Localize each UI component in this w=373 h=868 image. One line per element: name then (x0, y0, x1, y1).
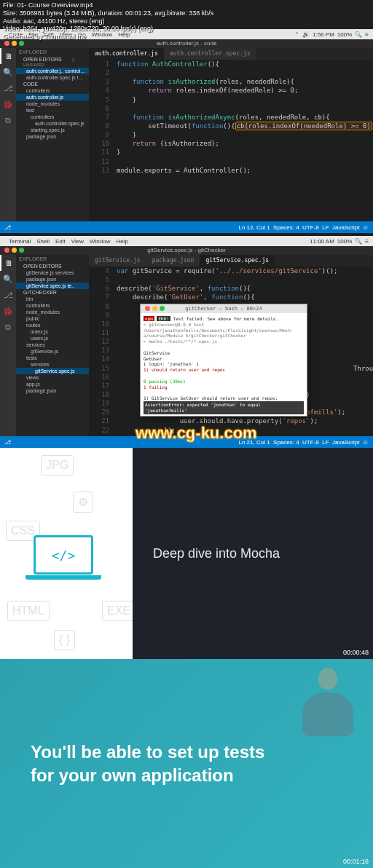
editor-tabs: gitService.js package.json gitService.sp… (89, 255, 373, 267)
git-icon[interactable]: ⎇ (0, 287, 16, 303)
activity-bar: 🗎 🔍 ⎇ 🐞 ⧉ (0, 255, 16, 448)
extensions-icon[interactable]: ⧉ (0, 112, 16, 128)
tree-item[interactable]: services (16, 342, 89, 348)
search-icon[interactable]: 🔍 (355, 31, 362, 38)
code-symbol: </> (52, 548, 76, 563)
editor-tab[interactable]: auth.controller.js (89, 48, 164, 60)
timestamp: 00:00:48 (343, 649, 369, 656)
tree-item[interactable]: app.js (16, 381, 89, 387)
open-editor-item[interactable]: package.json (16, 276, 89, 283)
window-controls[interactable] (4, 248, 24, 253)
open-editors-section[interactable]: OPEN EDITORS 1 UNSAVED (16, 56, 89, 68)
video-metadata: File: 01- Course Overview.mp4 Size: 3506… (0, 0, 216, 42)
eol[interactable]: LF (322, 439, 329, 446)
indent[interactable]: Spaces: 4 (273, 224, 299, 231)
terminal-line: 1) should return user and repos (144, 367, 304, 373)
tree-item[interactable]: bin (16, 296, 89, 302)
project-root[interactable]: CODE (16, 81, 89, 87)
debug-icon[interactable]: 🐞 (0, 303, 16, 319)
tree-item[interactable]: gitService.js (16, 348, 89, 355)
terminal-line: GetUser (144, 356, 304, 362)
cursor-position[interactable]: Ln 12, Col 1 (238, 224, 270, 231)
menu-icon[interactable]: ≡ (365, 31, 369, 38)
language[interactable]: JavaScript (332, 439, 359, 446)
terminal-line: GitService (144, 350, 304, 356)
tree-item[interactable]: routes (16, 322, 89, 328)
tree-item[interactable]: controllers (16, 302, 89, 309)
window-controls[interactable] (145, 306, 165, 311)
tree-item[interactable]: package.json (16, 387, 89, 394)
encoding[interactable]: UTF-8 (302, 439, 319, 446)
editor-tab[interactable]: gitService.js (89, 255, 146, 267)
tree-item[interactable]: node_modules (16, 100, 89, 107)
tree-item[interactable]: tests (16, 355, 89, 361)
slide-outro: You'll be able to set up tests for your … (0, 659, 373, 868)
tree-item[interactable]: node_modules (16, 309, 89, 315)
tree-item[interactable]: test (16, 107, 89, 114)
tree-item[interactable]: auth.controller.spec.js (16, 120, 89, 127)
meta-line: Size: 3506981 bytes (3.34 MiB), duration… (3, 9, 213, 17)
tree-item[interactable]: auth.controller.js (16, 94, 89, 100)
indent[interactable]: Spaces: 4 (273, 439, 299, 446)
menu-icon[interactable]: ≡ (365, 238, 369, 245)
code-editor[interactable]: auth.controller.js auth.controller.spec.… (89, 48, 373, 221)
terminal-title: gitChecker — bash — 80×24 (141, 304, 307, 313)
menu-help[interactable]: Help (116, 238, 127, 245)
branch-icon[interactable]: ⎇ (4, 224, 11, 231)
editor-tab[interactable]: package.json (146, 255, 200, 267)
volume-icon[interactable]: 🔊 (302, 31, 310, 38)
feedback-icon[interactable]: ☺ (363, 439, 369, 446)
open-editor-item[interactable]: auth.controller.j.. controllers (16, 68, 89, 74)
eol[interactable]: LF (322, 224, 329, 231)
tree-item[interactable]: index.js (16, 328, 89, 335)
editor-tab[interactable]: gitService.spec.js (200, 255, 275, 267)
language[interactable]: JavaScript (332, 224, 359, 231)
search-icon[interactable]: 🔍 (0, 64, 16, 80)
app-menu[interactable]: Terminal (9, 238, 31, 245)
tree-item[interactable]: controllers (16, 87, 89, 94)
tree-item[interactable]: controllers (16, 114, 89, 120)
open-editor-item[interactable]: gitService.js services (16, 269, 89, 276)
highlighted-code: cb(roles.indexOf(neededRole) >= 0) (235, 122, 372, 130)
terminal-line: 1 failing (144, 384, 304, 390)
tree-item[interactable]: public (16, 315, 89, 322)
tree-item[interactable]: package.json (16, 133, 89, 140)
meta-line: Audio: aac, 44100 Hz, stereo (eng) (3, 17, 213, 25)
menu-shell[interactable]: Shell (36, 238, 50, 245)
filetype-icon: EXE (102, 601, 133, 621)
wifi-icon[interactable]: ⌃ (294, 31, 299, 38)
git-icon[interactable]: ⎇ (0, 80, 16, 96)
extensions-icon[interactable]: ⧉ (0, 319, 16, 335)
feedback-icon[interactable]: ☺ (363, 224, 369, 231)
terminal-window[interactable]: gitChecker — bash — 80×24 npm ERR! Test … (140, 304, 307, 417)
terminal-line: Test failed. See above for more details. (173, 316, 279, 321)
explorer-icon[interactable]: 🗎 (0, 255, 16, 271)
debug-icon[interactable]: 🐞 (0, 96, 16, 112)
code-editor[interactable]: gitService.js package.json gitService.sp… (89, 255, 373, 436)
open-editor-item[interactable]: auth.controller.spec.js test/cont.. (16, 74, 89, 81)
search-icon[interactable]: 🔍 (0, 271, 16, 287)
tree-item[interactable]: starting.spec.js (16, 127, 89, 133)
open-editors-section[interactable]: OPEN EDITORS (16, 263, 89, 269)
presenter-silhouette (291, 668, 364, 755)
timestamp: 00:01:16 (343, 858, 369, 865)
editor-tab[interactable]: auth.controller.spec.js (164, 48, 256, 60)
tree-item[interactable]: services (16, 361, 89, 368)
encoding[interactable]: UTF-8 (302, 224, 319, 231)
pattern-background: JPG ⚙ CSS HTML EXE { } </> (0, 448, 133, 659)
tree-item[interactable]: gitService.spec.js (16, 368, 89, 374)
menu-window[interactable]: Window (90, 238, 110, 245)
tree-item[interactable]: users.js (16, 335, 89, 342)
tree-item[interactable]: views (16, 374, 89, 381)
open-editor-item[interactable]: gitService.spec.js te.. (16, 283, 89, 289)
explorer-panel: EXPLORER OPEN EDITORS 1 UNSAVED auth.con… (16, 48, 89, 233)
laptop-icon: </> (34, 535, 101, 580)
search-icon[interactable]: 🔍 (355, 238, 362, 245)
menu-view[interactable]: View (71, 238, 84, 245)
watermark: www.cg-ku.com (136, 424, 257, 443)
menu-edit[interactable]: Edit (55, 238, 66, 245)
explorer-icon[interactable]: 🗎 (0, 48, 16, 64)
project-root[interactable]: GITCHECKER (16, 289, 89, 296)
slide-deep-dive: JPG ⚙ CSS HTML EXE { } </> Deep dive int… (0, 448, 373, 659)
branch-icon[interactable]: ⎇ (4, 439, 11, 446)
